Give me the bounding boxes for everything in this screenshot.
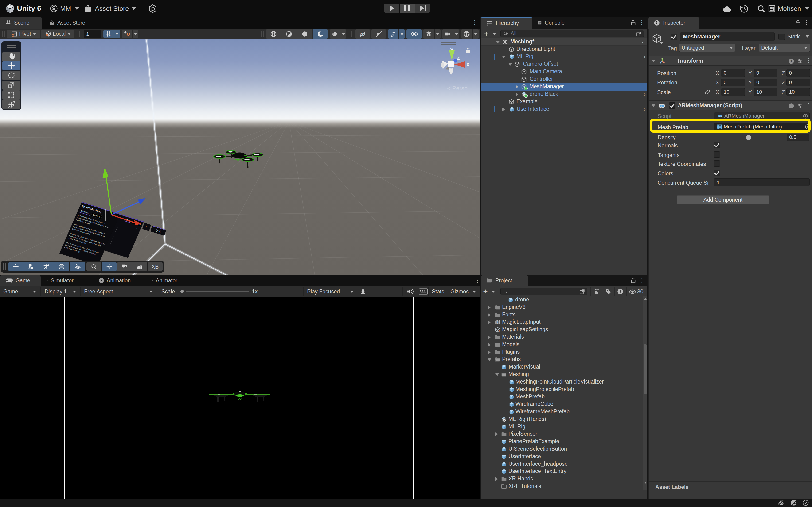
svg-text:?: ? [791, 104, 793, 108]
svg-text:?: ? [791, 59, 793, 63]
svg-text:Y: Y [109, 34, 111, 37]
svg-text:z: z [457, 54, 460, 61]
svg-text:x: x [466, 61, 470, 67]
svg-text:< Persp: < Persp [447, 85, 467, 92]
